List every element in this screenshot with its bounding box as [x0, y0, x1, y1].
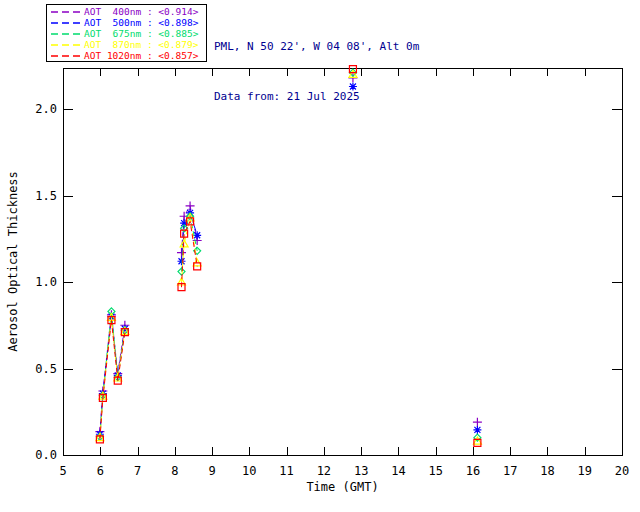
aot-plot-window: PML, N 50 22', W 04 08', Alt 0m Data fro… [0, 0, 640, 512]
data-marker-aot-500nm [178, 257, 186, 265]
legend-entry-label: AOT 1020nm : <0.857> [84, 50, 198, 61]
y-tick-label: 1.5 [35, 189, 57, 203]
y-axis-title: Aerosol Optical Thickness [6, 171, 20, 352]
data-marker-aot-400nm [177, 248, 186, 257]
y-tick-label: 0.0 [35, 448, 57, 462]
x-tick-label: 11 [279, 464, 293, 478]
legend-entry-1020nm: AOT 1020nm : <0.857> [47, 50, 206, 61]
x-tick-label: 14 [391, 464, 405, 478]
legend-dash-line [50, 19, 84, 27]
legend-entry-400nm: AOT 400nm : <0.914> [47, 6, 206, 17]
y-tick-label: 2.0 [35, 102, 57, 116]
x-tick-label: 16 [466, 464, 480, 478]
plot-header: PML, N 50 22', W 04 08', Alt 0m Data fro… [214, 6, 419, 138]
x-tick-label: 15 [428, 464, 442, 478]
x-tick-label: 20 [615, 464, 629, 478]
x-tick-label: 9 [208, 464, 215, 478]
x-tick-label: 7 [134, 464, 141, 478]
x-tick-label: 18 [540, 464, 554, 478]
x-tick-label: 12 [317, 464, 331, 478]
x-tick-label: 17 [503, 464, 517, 478]
legend-entry-label: AOT 500nm : <0.898> [84, 17, 198, 28]
legend-entry-label: AOT 870nm : <0.879> [84, 39, 198, 50]
legend-entry-label: AOT 675nm : <0.885> [84, 28, 198, 39]
x-tick-label: 6 [97, 464, 104, 478]
x-axis-title: Time (GMT) [306, 480, 378, 494]
x-tick-label: 8 [171, 464, 178, 478]
legend-box: AOT 400nm : <0.914>AOT 500nm : <0.898>AO… [46, 4, 207, 62]
station-location-title: PML, N 50 22', W 04 08', Alt 0m [214, 39, 419, 56]
data-marker-aot-500nm [473, 426, 481, 434]
x-tick-label: 5 [59, 464, 66, 478]
legend-dash-line [50, 41, 84, 49]
legend-entry-label: AOT 400nm : <0.914> [84, 6, 198, 17]
data-marker-aot-400nm [473, 418, 482, 427]
legend-dash-line [50, 8, 84, 16]
legend-entry-675nm: AOT 675nm : <0.885> [47, 28, 206, 39]
x-tick-label: 19 [578, 464, 592, 478]
legend-dash-line [50, 30, 84, 38]
x-tick-label: 10 [242, 464, 256, 478]
y-tick-label: 0.5 [35, 362, 57, 376]
legend-entry-500nm: AOT 500nm : <0.898> [47, 17, 206, 28]
data-date-subtitle: Data from: 21 Jul 2025 [214, 89, 419, 106]
x-tick-label: 13 [354, 464, 368, 478]
legend-entry-870nm: AOT 870nm : <0.879> [47, 39, 206, 50]
y-tick-label: 1.0 [35, 275, 57, 289]
legend-dash-line [50, 52, 84, 60]
